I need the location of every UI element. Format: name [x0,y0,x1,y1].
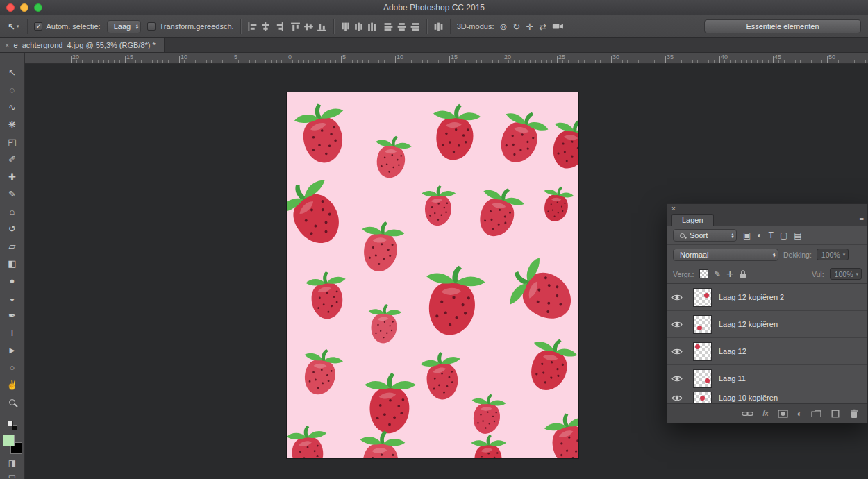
layers-list: Laag 12 kopiëren 2 Laag 12 kopiëren Laag… [667,284,867,403]
filter-type-layers-icon[interactable]: T [769,231,774,239]
crop-tool-icon: ◰ [8,137,16,146]
visibility-toggle[interactable] [667,284,687,310]
lock-transparency-icon[interactable] [699,269,708,278]
align-left-edges-icon[interactable] [247,22,258,32]
ellipse-shape-tool[interactable]: ○ [0,359,25,376]
filter-smart-objects-icon[interactable]: ▤ [794,231,801,239]
distribute-vertical-centers-icon[interactable] [353,22,364,32]
auto-select-target-dropdown[interactable]: Laag ▴▾ [107,20,142,33]
threed-slide-icon[interactable]: ⇄ [539,22,546,31]
hand-tool[interactable]: ✌ [0,376,25,394]
lock-position-icon[interactable]: ✛ [726,270,733,278]
history-brush-tool[interactable]: ↺ [0,220,25,237]
opacity-field[interactable]: 100% ▾ [817,249,849,260]
dodge-tool[interactable]: ◒ [0,289,25,307]
close-panel-icon[interactable]: × [671,205,676,212]
auto-select-checkbox[interactable]: ✓ Autom. selectie: [34,22,100,31]
document-tab[interactable]: × e_achtergrond_4.jpg @ 55,3% (RGB/8*) * [0,38,165,52]
align-right-edges-icon[interactable] [274,22,284,32]
distribute-horizontal-centers-icon[interactable] [397,22,407,32]
new-layer-icon[interactable] [831,409,840,419]
zoom-tool[interactable] [0,394,25,411]
path-selection-tool[interactable]: ► [0,342,25,359]
show-transform-controls-checkbox[interactable]: Transform.gereedsch. [147,22,233,31]
delete-layer-icon[interactable] [849,409,859,419]
move-tool-icon: ↖ [8,68,16,77]
align-top-edges-icon[interactable] [290,22,301,32]
distribute-group [340,22,377,32]
tool-preset-picker[interactable]: ↖ ▾ [6,20,21,33]
tab-lagen[interactable]: Lagen [671,214,714,226]
eraser-tool[interactable]: ▱ [0,237,25,255]
distribute-bottom-edges-icon[interactable] [367,22,377,32]
lock-all-icon[interactable] [739,269,747,279]
lasso-tool[interactable]: ∿ [0,99,25,116]
threed-camera-icon[interactable] [552,22,564,31]
screen-mode-icon[interactable]: ▭ [8,472,16,479]
layer-thumbnail[interactable] [693,342,712,361]
layer-row[interactable]: Laag 12 kopiëren [667,311,867,338]
fill-field[interactable]: 100% ▾ [830,268,862,280]
gradient-tool[interactable]: ◧ [0,255,25,272]
blend-mode-dropdown[interactable]: Normaal ▴▾ [673,249,778,261]
quick-mask-icon[interactable]: ◨ [8,459,16,467]
layer-style-icon[interactable]: fx [762,410,769,417]
new-adjustment-layer-icon[interactable]: ◐ [797,410,802,418]
layer-row[interactable]: Laag 12 [667,338,867,365]
visibility-toggle[interactable] [667,311,687,337]
ruler-label: 15 [451,53,458,60]
filter-shape-layers-icon[interactable]: ▢ [780,231,787,239]
quick-selection-tool[interactable]: ❋ [0,116,25,133]
filter-type-dropdown[interactable]: Soort ▴▾ [673,229,737,242]
layer-row[interactable]: Laag 10 kopiëren [667,392,867,403]
visibility-toggle[interactable] [667,365,687,392]
distribute-top-edges-icon[interactable] [340,22,351,32]
blur-tool[interactable]: ● [0,272,25,289]
document-image[interactable] [287,92,578,458]
layer-row[interactable]: Laag 12 kopiëren 2 [667,284,867,311]
layer-thumbnail[interactable] [693,369,712,388]
threed-pan-icon[interactable]: ✛ [526,22,533,31]
path-selection-tool-icon: ► [8,346,17,355]
link-layers-icon[interactable] [742,410,753,417]
type-tool[interactable]: T [0,324,25,342]
spot-healing-brush-tool[interactable]: ✚ [0,168,25,185]
brush-tool[interactable]: ✎ [0,185,25,203]
close-tab-icon[interactable]: × [5,41,9,49]
lock-fill-row: Vergr.: ✎ ✛ Vul: 100% ▾ [667,264,867,284]
workspace-switcher-button[interactable]: Essentiële elementen [704,19,861,33]
threed-roll-icon[interactable]: ↻ [512,22,520,31]
lasso-tool-icon: ∿ [8,103,16,112]
filter-pixel-layers-icon[interactable]: ▣ [743,231,751,239]
filter-adjustment-layers-icon[interactable]: ◐ [757,231,762,239]
layer-thumbnail[interactable] [693,288,712,307]
elliptical-marquee-tool[interactable]: ◌ [0,81,25,99]
align-bottom-edges-icon[interactable] [317,22,327,32]
layer-thumbnail[interactable] [693,392,712,403]
distribute-left-edges-icon[interactable] [383,22,394,32]
layer-row[interactable]: Laag 11 [667,365,867,392]
lock-pixels-icon[interactable]: ✎ [714,270,721,278]
default-colors-icon[interactable] [8,421,17,430]
auto-align-layers-icon[interactable] [433,22,444,32]
ruler-label: 40 [721,53,728,60]
threed-orbit-icon[interactable]: ⊚ [499,22,507,31]
ruler-label: 10 [397,53,403,60]
add-layer-mask-icon[interactable] [778,409,788,419]
visibility-toggle[interactable] [667,338,687,364]
visibility-toggle[interactable] [667,392,687,403]
pen-tool[interactable]: ✒ [0,307,25,324]
foreground-color-swatch[interactable] [3,435,15,446]
align-horizontal-centers-icon[interactable] [260,22,271,32]
divider [240,19,241,34]
eyedropper-tool[interactable]: ✐ [0,151,25,168]
distribute-right-edges-icon[interactable] [410,22,420,32]
align-vertical-centers-icon[interactable] [303,22,314,32]
move-tool[interactable]: ↖ [0,64,25,81]
new-group-icon[interactable] [811,410,821,418]
crop-tool[interactable]: ◰ [0,133,25,151]
layer-thumbnail[interactable] [693,315,712,334]
panel-menu-icon[interactable]: ≡ [860,215,864,224]
hand-tool-icon: ✌ [6,380,17,389]
clone-stamp-tool[interactable]: ⌂ [0,203,25,220]
